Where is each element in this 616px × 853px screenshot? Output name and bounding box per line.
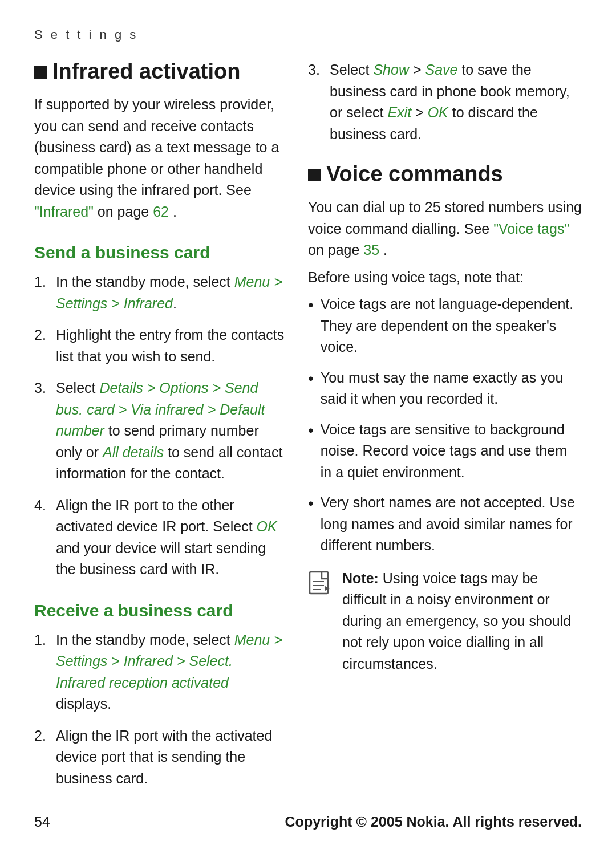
infrared-section-heading: Infrared activation: [34, 59, 285, 84]
list-item: 2. Highlight the entry from the contacts…: [34, 324, 285, 367]
page-container: S e t t i n g s Infrared activation If s…: [0, 0, 616, 853]
section-square-icon: [34, 66, 47, 79]
send-card-heading: Send a business card: [34, 243, 285, 262]
voice-tags-bullet-list: • Voice tags are not language-dependent.…: [308, 294, 582, 557]
right-col-steps: 3. Select Show > Save to save the busine…: [308, 59, 582, 145]
voice-tags-page-link[interactable]: 35: [363, 242, 383, 258]
voice-commands-body: You can dial up to 25 stored numbers usi…: [308, 197, 582, 261]
list-item: 1. In the standby mode, select Menu > Se…: [34, 629, 285, 715]
two-column-layout: Infrared activation If supported by your…: [34, 59, 582, 799]
list-item: • Voice tags are not language-dependent.…: [308, 294, 582, 358]
infrared-body: If supported by your wireless provider, …: [34, 94, 285, 222]
copyright-text: Copyright © 2005 Nokia. All rights reser…: [285, 814, 582, 830]
list-item: • Voice tags are sensitive to background…: [308, 419, 582, 484]
voice-commands-note-before: Before using voice tags, note that:: [308, 267, 582, 289]
list-item: • Very short names are not accepted. Use…: [308, 492, 582, 557]
list-item: • You must say the name exactly as you s…: [308, 367, 582, 410]
voice-commands-heading-text: Voice commands: [326, 162, 503, 186]
page-footer: 54 Copyright © 2005 Nokia. All rights re…: [34, 814, 582, 830]
list-item: 1. In the standby mode, select Menu > Se…: [34, 271, 285, 314]
list-item: 3. Select Show > Save to save the busine…: [308, 59, 582, 145]
section-square-icon-2: [308, 169, 321, 181]
note-box: Note: Using voice tags may be difficult …: [308, 568, 582, 675]
note-icon: [308, 570, 333, 595]
infrared-heading-text: Infrared activation: [52, 59, 240, 84]
send-card-list: 1. In the standby mode, select Menu > Se…: [34, 271, 285, 580]
list-item: 3. Select Details > Options > Send bus. …: [34, 377, 285, 485]
infrared-link[interactable]: "Infrared": [34, 204, 98, 220]
voice-commands-section-heading: Voice commands: [308, 162, 582, 186]
breadcrumb: S e t t i n g s: [34, 27, 582, 42]
list-item: 4. Align the IR port to the other activa…: [34, 495, 285, 580]
receive-card-list: 1. In the standby mode, select Menu > Se…: [34, 629, 285, 790]
right-column: 3. Select Show > Save to save the busine…: [308, 59, 582, 799]
infrared-page-link[interactable]: 62: [153, 204, 173, 220]
note-text: Note: Using voice tags may be difficult …: [342, 568, 582, 675]
receive-card-heading: Receive a business card: [34, 601, 285, 620]
list-item: 2. Align the IR port with the activated …: [34, 725, 285, 790]
voice-tags-link[interactable]: "Voice tags": [493, 221, 569, 237]
page-number: 54: [34, 814, 50, 830]
left-column: Infrared activation If supported by your…: [34, 59, 285, 799]
